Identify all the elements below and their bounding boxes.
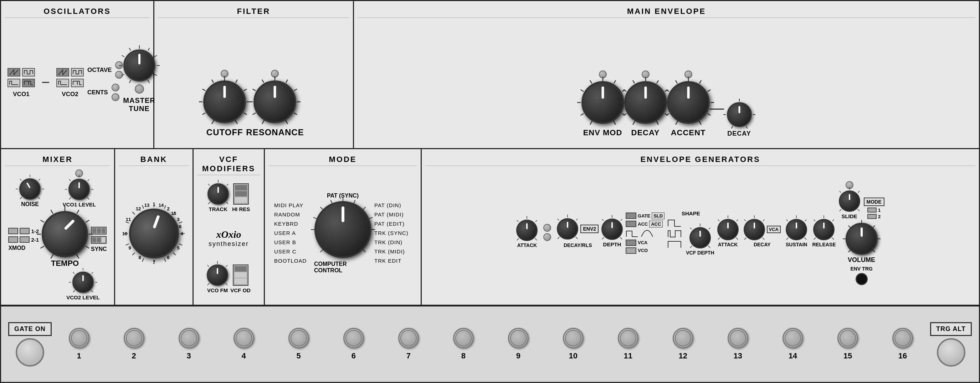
xmod-switch-12[interactable]	[8, 228, 18, 234]
oscillators-panel: OSCILLATORS	[1, 1, 154, 148]
vco1-wave-saw[interactable]	[8, 68, 20, 76]
vco2-wave-rect2[interactable]	[71, 79, 84, 87]
sld-tag: SLD	[652, 212, 665, 219]
cutoff-knob[interactable]	[203, 81, 246, 123]
svg-line-91	[76, 210, 79, 213]
svg-line-56	[666, 114, 669, 116]
vco1-level-knob[interactable]	[68, 179, 90, 200]
step-col-10: 10	[559, 328, 587, 361]
vco2-wave-saw[interactable]	[56, 68, 69, 76]
logo-area: xOxio synthesizer	[206, 226, 252, 251]
vco-switch[interactable]	[626, 247, 636, 254]
step-col-16: 16	[889, 328, 916, 361]
vco1-label: VCO1	[13, 91, 29, 98]
sustain-knob[interactable]	[786, 219, 807, 240]
svg-line-198	[839, 191, 841, 192]
step-button-6[interactable]	[343, 328, 364, 348]
bank-knob[interactable]: 1 2 3 4 5 6 7 8 9 10 11 12 13	[129, 209, 179, 258]
track-knob[interactable]	[207, 183, 229, 205]
vca-decay-knob[interactable]	[744, 219, 765, 240]
svg-line-58	[666, 90, 669, 92]
volume-knob[interactable]	[846, 223, 878, 255]
resonance-knob[interactable]	[253, 81, 296, 123]
step-button-7[interactable]	[398, 328, 419, 348]
vca-attack-knob[interactable]	[717, 219, 739, 240]
accent-knob[interactable]	[667, 81, 710, 124]
svg-line-133	[132, 212, 135, 214]
svg-line-98	[73, 272, 75, 274]
step-button-16[interactable]	[892, 328, 913, 348]
gate-on-button[interactable]: GATE ON	[8, 322, 52, 336]
tempo-knob[interactable]	[42, 211, 88, 257]
noise-knob[interactable]	[19, 178, 41, 200]
trg-alt-button[interactable]: TRG ALT	[930, 322, 972, 336]
svg-line-22	[262, 120, 264, 124]
slide-knob[interactable]	[839, 190, 860, 212]
vcf-depth-knob[interactable]	[689, 227, 711, 248]
vco-fm-knob[interactable]	[207, 264, 228, 286]
step-col-9: 9	[504, 328, 532, 361]
step-button-9[interactable]	[508, 328, 529, 348]
step-button-5[interactable]	[288, 328, 309, 348]
hi-res-switch[interactable]	[233, 183, 249, 205]
step-number-9: 9	[516, 351, 520, 361]
svg-line-50	[657, 81, 659, 84]
step-button-1[interactable]	[69, 328, 89, 348]
acc2-tag: ACC	[649, 221, 663, 228]
step-button-15[interactable]	[837, 328, 858, 348]
svg-line-196	[832, 237, 834, 239]
mode-switch-1[interactable]	[867, 207, 877, 212]
cents-led-2[interactable]	[111, 93, 119, 101]
master-tune-knob[interactable]	[123, 49, 156, 82]
right-large-knob[interactable]	[937, 338, 966, 367]
svg-line-45	[623, 114, 626, 116]
svg-line-152	[363, 207, 365, 209]
step-button-10[interactable]	[563, 328, 584, 348]
step-button-4[interactable]	[234, 328, 254, 348]
svg-line-86	[40, 246, 44, 248]
vco2-level-knob[interactable]	[72, 272, 94, 293]
svg-line-125	[173, 253, 175, 255]
mode-dial[interactable]	[314, 201, 371, 258]
vco2-wave-rect1[interactable]	[71, 68, 84, 76]
xmod-switch-21b[interactable]	[20, 236, 30, 243]
vco2-wave-pulse[interactable]	[56, 79, 69, 87]
svg-line-26	[262, 80, 264, 83]
mode-switch-tag[interactable]: MODE	[864, 198, 885, 206]
svg-line-165	[576, 237, 578, 239]
vco1-wave-rect1[interactable]	[22, 68, 35, 76]
release-knob[interactable]	[813, 219, 835, 240]
step-button-13[interactable]	[728, 328, 748, 348]
env-trg-button[interactable]	[856, 273, 868, 285]
mixer-panel: MIXER	[1, 149, 115, 305]
depth-knob[interactable]	[601, 218, 623, 240]
step-button-11[interactable]	[618, 328, 638, 348]
svg-line-78	[69, 198, 71, 200]
vco1-wave-pulse[interactable]	[8, 79, 20, 87]
svg-line-95	[76, 254, 79, 258]
svg-line-31	[294, 113, 298, 115]
svg-line-59	[676, 81, 677, 84]
xmod-switch-21[interactable]	[8, 236, 18, 243]
svg-line-136	[208, 184, 209, 185]
octave-label: OCTAVE	[88, 66, 111, 74]
xmod-switch-12b[interactable]	[20, 228, 30, 234]
step-button-2[interactable]	[124, 328, 145, 348]
svg-line-170	[620, 237, 622, 239]
step-button-3[interactable]	[178, 328, 199, 348]
svg-line-44	[633, 121, 635, 125]
env2-attack-knob[interactable]	[516, 220, 538, 241]
svg-text:12: 12	[135, 206, 140, 211]
svg-line-14	[202, 89, 206, 91]
vcf-od-switch[interactable]	[233, 264, 248, 286]
left-large-knob[interactable]	[16, 338, 44, 367]
step-button-8[interactable]	[453, 328, 474, 348]
cents-label: CENTS	[88, 89, 108, 96]
svg-line-134	[142, 206, 144, 209]
vco1-wave-rect2[interactable]	[22, 79, 35, 87]
step-col-3: 3	[175, 328, 203, 361]
decay-small-knob[interactable]	[727, 102, 752, 127]
step-button-14[interactable]	[783, 328, 803, 348]
env2-decay-rls-knob[interactable]	[557, 218, 578, 239]
step-button-12[interactable]	[673, 328, 694, 348]
